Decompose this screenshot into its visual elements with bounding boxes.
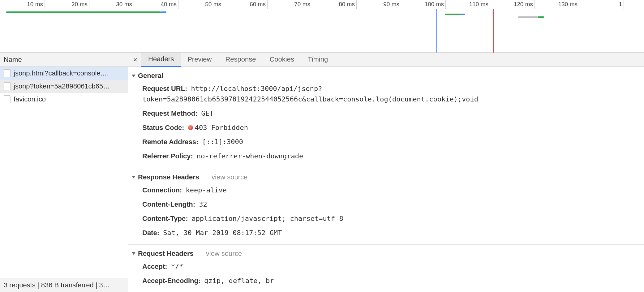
timeline-bar [538, 16, 544, 18]
header-key: Date: [142, 229, 161, 237]
tab-headers[interactable]: Headers [141, 53, 181, 67]
header-row: Date: Sat, 30 Mar 2019 08:17:52 GMT [128, 226, 644, 240]
detail-tabs: × HeadersPreviewResponseCookiesTiming [128, 53, 644, 67]
header-value: keep-alive [186, 186, 226, 194]
timeline-tick: 40 ms [178, 0, 178, 9]
timeline-tick: 50 ms [223, 0, 223, 9]
header-key: Remote Address: [142, 138, 200, 146]
timeline-tick: 1 [624, 0, 624, 9]
request-name: favicon.ico [14, 95, 46, 103]
timeline-tick: 80 ms [356, 0, 357, 9]
header-value: no-referrer-when-downgrade [197, 152, 303, 160]
timeline-tick: 120 ms [535, 0, 535, 9]
timeline-tick-label: 70 ms [294, 1, 310, 8]
timeline-tick: 20 ms [89, 0, 89, 9]
response-view-source-link[interactable]: view source [212, 173, 247, 181]
timeline-tick-label: 20 ms [71, 1, 88, 8]
timeline-bar [445, 14, 461, 15]
tab-timing[interactable]: Timing [301, 53, 335, 67]
request-row[interactable]: favicon.ico [0, 93, 128, 106]
timeline-tick-label: 110 ms [469, 1, 488, 8]
header-key: Connection: [142, 186, 184, 194]
header-row: Accept-Encoding: gzip, deflate, br [128, 274, 644, 288]
timeline-tick: 130 ms [579, 0, 579, 9]
request-name: jsonp?token=5a2898061cb65… [14, 82, 110, 90]
caret-down-icon [132, 252, 135, 255]
header-value: http://localhost:3000/api/jsonp?token=5a… [142, 85, 478, 103]
header-key: Status Code: [142, 124, 186, 131]
header-row: Remote Address: [::1]:3000 [128, 135, 644, 149]
timeline-tick-label: 90 ms [383, 1, 399, 8]
request-view-source-link[interactable]: view source [206, 250, 242, 258]
headers-body[interactable]: General Request URL: http://localhost:30… [128, 67, 644, 292]
header-key: Request Method: [142, 110, 200, 117]
tab-preview[interactable]: Preview [181, 53, 218, 67]
request-details-panel: × HeadersPreviewResponseCookiesTiming Ge… [128, 53, 644, 292]
request-list-panel: Name jsonp.html?callback=console.…jsonp?… [0, 53, 128, 292]
header-value: application/javascript; charset=utf-8 [192, 215, 343, 222]
section-request-toggle[interactable]: Request Headers view source [128, 248, 644, 260]
timeline-tick: 100 ms [445, 0, 446, 9]
tab-cookies[interactable]: Cookies [263, 53, 301, 67]
timeline-ruler: 10 ms20 ms30 ms40 ms50 ms60 ms70 ms80 ms… [0, 0, 644, 9]
header-key: Content-Length: [142, 200, 197, 208]
header-value: GET [201, 110, 214, 117]
timeline-bar [518, 16, 538, 18]
caret-down-icon [132, 176, 135, 178]
close-details-button[interactable]: × [130, 54, 140, 65]
section-general-toggle[interactable]: General [128, 70, 644, 82]
request-summary: 3 requests | 836 B transferred | 3… [0, 278, 128, 292]
timeline-tick-label: 50 ms [205, 1, 221, 8]
header-key: Accept-Encoding: [142, 277, 202, 285]
section-response-toggle[interactable]: Response Headers view source [128, 171, 644, 183]
timeline-tick: 70 ms [312, 0, 312, 9]
header-value: 32 [199, 200, 207, 208]
header-row: Status Code: 403 Forbidden [128, 121, 644, 135]
timeline-tick: 30 ms [134, 0, 134, 9]
header-key: Accept: [142, 263, 169, 270]
header-row: Content-Type: application/javascript; ch… [128, 212, 644, 226]
network-timeline[interactable]: 10 ms20 ms30 ms40 ms50 ms60 ms70 ms80 ms… [0, 0, 644, 53]
request-name: jsonp.html?callback=console.… [14, 69, 109, 77]
timeline-tick-label: 100 ms [425, 1, 444, 8]
header-key: Request URL: [142, 85, 189, 92]
timeline-tick-label: 130 ms [558, 1, 577, 8]
timeline-tick-label: 40 ms [161, 1, 177, 8]
timeline-plot [0, 9, 644, 53]
request-row[interactable]: jsonp?token=5a2898061cb65… [0, 80, 128, 93]
request-list-header: Name [0, 53, 128, 67]
timeline-tick-label: 30 ms [116, 1, 132, 8]
header-value: gzip, deflate, br [204, 277, 274, 285]
section-general-title: General [138, 72, 163, 80]
file-icon [4, 69, 11, 77]
file-icon [4, 95, 11, 103]
timeline-tick: 90 ms [401, 0, 401, 9]
header-row: Accept: */* [128, 260, 644, 274]
request-list: jsonp.html?callback=console.…jsonp?token… [0, 67, 128, 278]
header-value: [::1]:3000 [202, 138, 243, 146]
timeline-tick-label: 1 [619, 1, 622, 8]
file-icon [4, 82, 11, 90]
header-value: 403 Forbidden [195, 124, 248, 131]
tab-response[interactable]: Response [218, 53, 263, 67]
section-response-headers: Response Headers view source Connection:… [128, 168, 644, 245]
section-response-title: Response Headers [138, 173, 199, 181]
timeline-tick-label: 60 ms [250, 1, 266, 8]
timeline-tick: 110 ms [490, 0, 490, 9]
timeline-marker [493, 9, 494, 53]
section-request-headers: Request Headers view source Accept: */*A… [128, 245, 644, 292]
header-key: Content-Type: [142, 215, 190, 222]
header-value: */* [171, 263, 183, 270]
timeline-tick: 10 ms [45, 0, 45, 9]
header-row: Content-Length: 32 [128, 197, 644, 212]
timeline-tick-label: 80 ms [339, 1, 355, 8]
caret-down-icon [132, 75, 135, 77]
header-row: Accept-Language: zh-CN,zh;q=0.9 [128, 288, 644, 292]
timeline-tick-label: 120 ms [514, 1, 533, 8]
header-key: Referrer Policy: [142, 152, 195, 160]
request-row[interactable]: jsonp.html?callback=console.… [0, 67, 128, 80]
header-row: Connection: keep-alive [128, 183, 644, 197]
header-row: Referrer Policy: no-referrer-when-downgr… [128, 149, 644, 163]
header-row: Request URL: http://localhost:3000/api/j… [128, 82, 644, 106]
header-row: Request Method: GET [128, 106, 644, 121]
